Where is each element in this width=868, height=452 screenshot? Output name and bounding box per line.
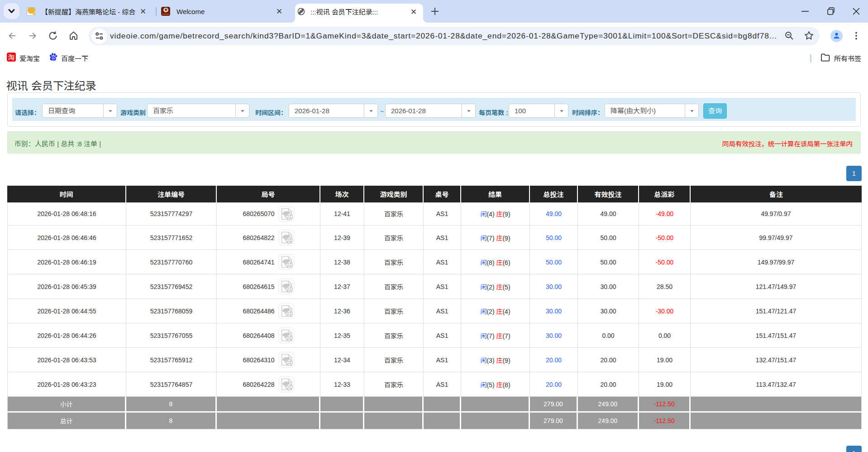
svg-text:du: du xyxy=(52,56,55,60)
